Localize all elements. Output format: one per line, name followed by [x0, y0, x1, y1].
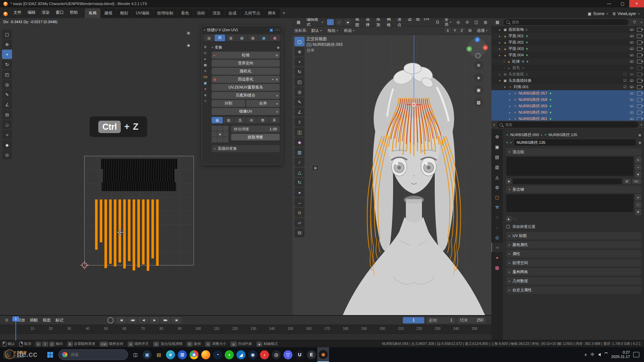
uv-strip[interactable] — [100, 199, 102, 242]
expand-icon[interactable]: ▸ — [498, 47, 502, 51]
axis-y-toggle[interactable]: Y — [452, 28, 458, 33]
blender-menu-icon[interactable] — [3, 12, 8, 16]
properties-tab-scene[interactable]: ◬ — [491, 172, 503, 182]
vertex-groups-section[interactable]: ▾ 顶点组 — [506, 148, 641, 156]
object-name[interactable]: 柱体 — [512, 59, 520, 64]
object-name[interactable]: NURBS路径.061 — [519, 116, 547, 121]
uv-zoom-icon[interactable]: ⊕ — [184, 28, 193, 38]
remove-shape-key-button[interactable]: − — [635, 201, 641, 208]
taskbar-app-photos[interactable]: ▣ — [141, 347, 153, 362]
tool-loop-cut[interactable]: ▥ — [294, 147, 305, 157]
outliner-row[interactable]: ▸≈NURBS路径.058▼ — [491, 97, 644, 103]
shading-icon[interactable]: ◍ — [481, 19, 489, 25]
disable-render-icon[interactable] — [637, 66, 642, 70]
filter-funnel-icon[interactable]: ▽ — [631, 19, 639, 25]
next-keyframe-button[interactable]: ▶▶ — [160, 317, 170, 323]
vertex-select-mode[interactable]: ∙ — [327, 19, 334, 25]
outliner-row[interactable]: ▸≈NURBS路径.059▼ — [491, 103, 644, 109]
outliner-row[interactable]: ▸≈NURBS路径.061▼ — [491, 116, 644, 121]
tool-spin[interactable]: ↻ — [294, 178, 305, 187]
list-filter-toggle-icon[interactable]: ▾ — [506, 179, 512, 184]
tool-scale[interactable]: ◰ — [294, 77, 305, 86]
overlays-icon[interactable]: ⊘ — [463, 19, 471, 25]
xray-icon[interactable]: ◫ — [472, 19, 480, 25]
uv-strip[interactable] — [109, 199, 112, 264]
object-name[interactable]: 刘海.001 — [514, 84, 529, 89]
section-重构网格[interactable]: ▸重构网格 — [506, 268, 641, 276]
outliner-row[interactable]: ▸▣面部装饰2 — [491, 26, 644, 33]
zen-tab-tab-4[interactable]: ▧ — [236, 35, 247, 41]
tool-rotate[interactable]: ↻ — [2, 60, 12, 69]
properties-search[interactable] — [497, 122, 639, 128]
hide-viewport-icon[interactable] — [630, 78, 634, 83]
expand-icon[interactable]: ▸ — [506, 216, 512, 222]
selected-uv-strips[interactable] — [95, 199, 162, 273]
zen-segment-icon-0[interactable]: ▤ — [212, 117, 223, 123]
uv-strip[interactable] — [137, 199, 140, 267]
taskbar-app-discord[interactable]: ▽ — [282, 347, 294, 362]
outliner-row[interactable]: •▲眉毛▼ — [491, 65, 644, 71]
section-属性[interactable]: ▸属性 — [506, 250, 641, 257]
pin-icon[interactable]: ◉ — [277, 46, 280, 49]
snap-settings-icon[interactable]: ⊞ — [466, 27, 474, 34]
tool-zoom[interactable]: ⊙ — [2, 150, 12, 160]
hide-viewport-icon[interactable] — [630, 66, 634, 70]
randomize-button[interactable]: 随机化 — [212, 68, 280, 75]
move-increment-field[interactable]: 移动增量1.00 — [231, 126, 280, 132]
taskbar-app-firefox[interactable] — [200, 347, 212, 362]
tool-select-box[interactable]: ▢ — [294, 37, 305, 46]
tool-transform[interactable]: ◎ — [294, 87, 305, 97]
advanced-transform-section[interactable]: ▸ 高级的变换 — [212, 145, 280, 152]
grab-increment-button[interactable]: 抓取增量 — [231, 134, 280, 140]
tool-smooth[interactable]: ● — [294, 188, 305, 197]
disable-render-icon[interactable] — [637, 104, 642, 108]
tool-move[interactable]: + — [294, 57, 305, 66]
sort-alphabetical-icon[interactable]: Az↓ — [632, 179, 641, 184]
orientation-value-dropdown[interactable]: 默认▾ — [309, 27, 324, 34]
expand-icon[interactable]: ▸ — [498, 41, 502, 44]
properties-tab-world[interactable]: ◍ — [491, 182, 503, 192]
uv-strip[interactable] — [114, 199, 116, 266]
disable-render-icon[interactable] — [637, 60, 642, 64]
outliner-row[interactable]: ▸▲平面.004▼ — [491, 52, 644, 58]
tool-poly-build[interactable]: △ — [294, 168, 305, 177]
outliner-row[interactable]: ▸≈NURBS路径.060▼ — [491, 109, 644, 116]
tool-rip[interactable]: ⊟ — [294, 228, 305, 237]
uv-strip[interactable] — [104, 199, 107, 268]
taskbar-app-file-explorer[interactable]: ▤ — [153, 347, 165, 362]
expand-icon[interactable]: ▸ — [508, 92, 512, 95]
zen-tab-tab-3[interactable]: ▥ — [225, 35, 236, 41]
zen-segment-动[interactable]: 动 — [246, 117, 257, 123]
uv-pan-hand-icon[interactable]: ◈ — [184, 40, 193, 50]
taskbar-app-epic[interactable]: E — [306, 347, 317, 362]
menu-编辑[interactable]: 编辑 — [24, 8, 39, 18]
maximize-button[interactable]: ▢ — [616, 0, 629, 7]
properties-search-input[interactable] — [504, 122, 636, 127]
taskbar-app-store[interactable]: ⊞ — [176, 347, 188, 362]
tool-edge-slide[interactable]: ↔ — [294, 198, 305, 207]
outliner-row[interactable]: ▸≈NURBS路径.057▼ — [491, 90, 644, 97]
prev-keyframe-button[interactable]: ◀◀ — [127, 317, 137, 323]
taskbar-app-steam[interactable]: ◉ — [247, 347, 259, 362]
timeline-ruler[interactable]: 1020304050607080901001101201301401501601… — [0, 325, 491, 334]
workspace-tab-动画[interactable]: 动画 — [193, 8, 209, 18]
menu-窗口[interactable]: 窗口 — [53, 8, 67, 18]
disable-render-icon[interactable] — [637, 34, 642, 38]
viewport-grid-icon[interactable]: ▦ — [474, 98, 483, 107]
taskbar-app-unreal[interactable]: U — [294, 347, 306, 362]
taskbar-app-chrome[interactable] — [188, 347, 200, 362]
taskbar-app-task-view[interactable]: ◫ — [129, 347, 141, 362]
timeline-menu-插帧[interactable]: 插帧 — [28, 317, 40, 324]
hide-viewport-icon[interactable] — [630, 40, 634, 45]
timeline-track[interactable] — [0, 334, 491, 341]
gizmo-y-axis[interactable]: Y — [467, 46, 472, 52]
section-自定义属性[interactable]: ▸自定义属性 — [506, 286, 641, 294]
disable-render-icon[interactable] — [637, 72, 642, 76]
hide-viewport-icon[interactable] — [630, 72, 634, 76]
volume-icon[interactable] — [598, 353, 601, 356]
properties-tab-physics[interactable]: ◌ — [491, 223, 503, 232]
tool-annotate[interactable]: ✎ — [294, 97, 305, 107]
uv-strip[interactable] — [132, 199, 135, 270]
taskbar-app-vscode[interactable]: ◢ — [235, 347, 247, 362]
zen-segment-icon-1[interactable]: ▥ — [223, 117, 234, 123]
